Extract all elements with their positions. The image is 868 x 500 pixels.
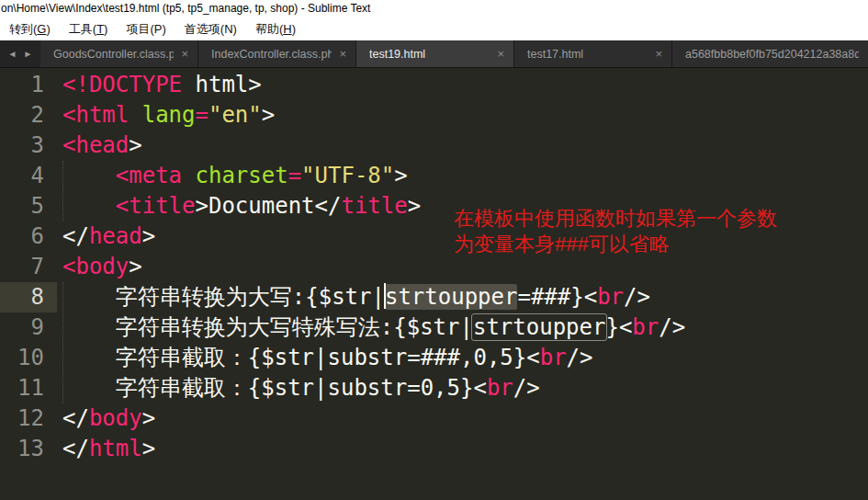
highlighted-occurrence: strtoupper: [471, 313, 608, 341]
code-line[interactable]: 12</body>: [0, 403, 868, 434]
code-token: <body: [62, 254, 129, 279]
tab-test17.html[interactable]: test17.html×: [514, 40, 672, 67]
code-token: />: [567, 345, 593, 370]
annotation-line: 为变量本身###可以省略: [454, 232, 777, 257]
tab-label: test19.html: [369, 48, 425, 61]
code-line-text: </html>: [57, 434, 155, 464]
menu-item-G[interactable]: 转到(G): [0, 21, 60, 38]
code-token: title: [341, 193, 407, 219]
line-number: 5: [0, 191, 57, 222]
code-line-text: </head>: [57, 222, 155, 252]
line-number: 7: [0, 252, 57, 282]
code-token: />: [659, 314, 685, 340]
code-lines: 1<!DOCTYPE html>2<html lang="en">3<head>…: [0, 70, 868, 464]
menubar: 转到(G)工具(T)项目(P)首选项(N)帮助(H): [0, 17, 868, 40]
code-token: <!DOCTYPE: [62, 72, 182, 97]
code-token: >: [262, 102, 275, 128]
code-editor[interactable]: 1<!DOCTYPE html>2<html lang="en">3<head>…: [0, 68, 868, 500]
menu-item-P[interactable]: 项目(P): [117, 21, 175, 38]
code-line-text: 字符串截取：{$str|substr=0,5}<br/>: [57, 373, 540, 403]
code-line-text: <meta charset="UTF-8">: [57, 161, 408, 191]
code-line-text: <title>Document</title>: [57, 191, 421, 222]
code-line[interactable]: 4 <meta charset="UTF-8">: [0, 161, 868, 191]
code-token: 字符串截取：{$str|substr=###,0,5}: [62, 345, 526, 370]
tab-label: IndexController.class.php: [211, 48, 332, 61]
code-token: <html: [62, 102, 129, 128]
code-token: 字符串转换为大写:{$str|: [62, 284, 385, 310]
code-token: <: [526, 345, 539, 370]
code-token: 字符串截取：{$str|substr=0,5}: [62, 375, 473, 401]
tab-GoodsController.class.php[interactable]: GoodsController.class.php×: [40, 40, 198, 67]
code-line-text: <body>: [57, 252, 142, 282]
code-line[interactable]: 3<head>: [0, 131, 868, 161]
code-token: >: [394, 163, 407, 188]
text-caret: [384, 283, 386, 309]
code-line-text: <!DOCTYPE html>: [57, 70, 262, 100]
code-token: body: [89, 405, 142, 431]
code-token: <: [619, 314, 632, 340]
indent-guide: [62, 161, 63, 222]
code-token: >: [142, 405, 155, 431]
tab-nav: ◄ ►: [0, 40, 40, 67]
tab-close-icon[interactable]: ×: [655, 47, 662, 61]
line-number: 1: [0, 70, 57, 100]
line-number: 12: [0, 403, 57, 434]
code-line[interactable]: 13</html>: [0, 434, 868, 464]
tab-IndexController.class.php[interactable]: IndexController.class.php×: [198, 40, 356, 67]
indent-guide: [62, 282, 63, 403]
tab-bar: ◄ ► GoodsController.class.php×IndexContr…: [0, 40, 868, 68]
red-annotation-text: 在模板中使用函数时如果第一个参数 为变量本身###可以省略: [454, 206, 777, 257]
tab-close-icon[interactable]: ×: [181, 47, 188, 61]
code-token: }: [605, 314, 618, 340]
code-token: br: [597, 284, 624, 310]
code-token: Document: [209, 193, 315, 219]
code-token: </: [315, 193, 342, 219]
tab-label: GoodsController.class.php: [53, 48, 174, 61]
code-token: [182, 163, 195, 188]
code-token: =: [288, 163, 301, 188]
code-token: "UTF-8": [301, 163, 394, 188]
window-title: on\Home\View\Index\test19.html (tp5, tp5…: [0, 0, 868, 17]
code-line-text: <head>: [57, 131, 142, 161]
code-token: <meta: [116, 163, 182, 188]
code-token: <title: [116, 193, 196, 219]
code-token: =: [196, 102, 209, 128]
menu-item-H[interactable]: 帮助(H): [246, 21, 305, 38]
code-token: </: [62, 405, 89, 431]
code-token: html: [182, 72, 248, 97]
code-line[interactable]: 10 字符串截取：{$str|substr=###,0,5}<br/>: [0, 343, 868, 373]
tab-scroll-right-icon[interactable]: ►: [24, 49, 33, 59]
tab-a568fbb8bef0fb75d204212a38a8d04f.[interactable]: a568fbb8bef0fb75d204212a38a8d04f.: [672, 40, 868, 67]
code-token: <: [584, 284, 597, 310]
code-token: head: [89, 223, 142, 249]
line-number: 11: [0, 373, 57, 403]
code-token: br: [540, 345, 567, 370]
code-line[interactable]: 9 字符串转换为大写特殊写法:{$str|strtoupper}<br/>: [0, 312, 868, 343]
code-token: </: [62, 436, 89, 461]
code-token: >: [129, 254, 141, 279]
code-token: <: [473, 375, 486, 401]
tab-close-icon[interactable]: ×: [497, 47, 504, 61]
menu-item-N[interactable]: 首选项(N): [175, 21, 246, 38]
tab-label: test17.html: [527, 48, 583, 61]
code-token: lang: [142, 102, 196, 128]
tab-close-icon[interactable]: ×: [339, 47, 346, 61]
tab-test19.html[interactable]: test19.html×: [356, 40, 514, 67]
line-number: 13: [0, 434, 57, 464]
tab-scroll-left-icon[interactable]: ◄: [8, 49, 17, 59]
menu-item-T[interactable]: 工具(T): [60, 21, 118, 38]
code-token: [62, 193, 116, 219]
code-token: 字符串转换为大写特殊写法:{$str|: [62, 314, 473, 340]
code-line[interactable]: 2<html lang="en">: [0, 100, 868, 131]
tab-strip: GoodsController.class.php×IndexControlle…: [40, 40, 868, 67]
annotation-line: 在模板中使用函数时如果第一个参数: [454, 206, 777, 232]
code-token: "en": [209, 102, 262, 128]
code-token: >: [142, 223, 155, 249]
code-token: >: [248, 72, 261, 97]
code-line[interactable]: 11 字符串截取：{$str|substr=0,5}<br/>: [0, 373, 868, 403]
code-token: br: [487, 375, 513, 401]
tab-label: a568fbb8bef0fb75d204212a38a8d04f.: [685, 48, 859, 61]
line-number: 9: [0, 312, 57, 343]
code-line[interactable]: 8 字符串转换为大写:{$str|strtoupper=###}<br/>: [0, 282, 868, 312]
code-line[interactable]: 1<!DOCTYPE html>: [0, 70, 868, 100]
